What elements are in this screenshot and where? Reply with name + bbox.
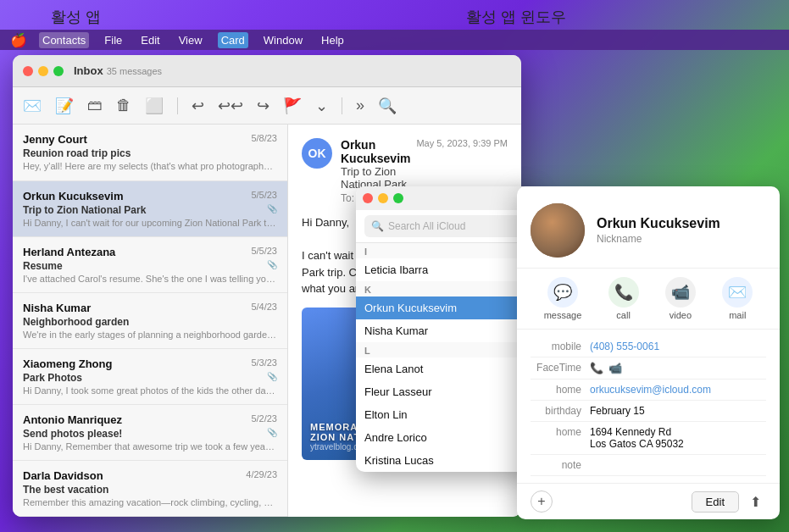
reply-icon[interactable]: ↩ (192, 97, 204, 115)
video-icon: 📹 (671, 283, 690, 302)
list-item[interactable]: Antonio Manriquez 5/2/23 Send photos ple… (13, 405, 287, 461)
field-label-birthday: birthday (531, 405, 590, 417)
contact-photo-inner (531, 203, 585, 258)
facetime-video-icon[interactable]: 📹 (608, 362, 622, 374)
field-home-address: home 1694 Kennedy RdLos Gatos CA 95032 (531, 422, 766, 455)
action-video[interactable]: 📹 video (665, 277, 696, 320)
contact-nickname: Nickname (597, 233, 720, 245)
mailbox-subtitle: 35 messages (107, 66, 162, 76)
video-icon-circle: 📹 (665, 277, 696, 308)
list-item[interactable]: Orkun Kucuksevim 5/5/23 Trip to Zion Nat… (13, 181, 287, 237)
field-home-email: home orkucuksevim@icloud.com (531, 380, 766, 401)
mail-icon-circle: ✉️ (722, 277, 753, 308)
action-mail[interactable]: ✉️ mail (722, 277, 753, 320)
section-label-i: I (356, 243, 534, 258)
contacts-search-bar: 🔍 Search All iCloud (356, 210, 534, 243)
junk-icon[interactable]: ⬜ (145, 97, 164, 115)
add-contact-button[interactable]: + (531, 490, 553, 513)
action-video-label: video (670, 310, 692, 320)
contacts-minimize[interactable] (378, 193, 388, 203)
field-value-mobile[interactable]: (408) 555-0061 (590, 341, 766, 352)
share-button[interactable]: ⬆ (744, 490, 766, 513)
maximize-button[interactable] (53, 66, 64, 76)
search-icon: 🔍 (371, 220, 384, 232)
contact-name-block: Orkun Kucuksevim Nickname (597, 216, 720, 245)
action-call-label: call (616, 310, 631, 320)
field-label-note: note (531, 459, 590, 471)
flag-icon[interactable]: 🚩 (283, 97, 302, 115)
facetime-phone-icon[interactable]: 📞 (590, 362, 603, 374)
menu-edit[interactable]: Edit (137, 32, 163, 48)
mail-toolbar: ✉️ 📝 🗃 🗑 ⬜ ↩ ↩↩ ↪ 🚩 ⌄ » 🔍 (13, 87, 521, 125)
action-call[interactable]: 📞 call (608, 277, 639, 320)
call-icon: 📞 (614, 283, 633, 302)
apple-menu[interactable]: 🍎 (10, 32, 27, 48)
contact-footer: + Edit ⬆ (517, 483, 780, 519)
traffic-lights (23, 66, 64, 76)
toolbar-separator (177, 97, 178, 114)
list-item[interactable]: Nisha Kumar (356, 319, 534, 342)
search-icon[interactable]: 🔍 (378, 97, 397, 115)
compose-icon[interactable]: ✉️ (23, 97, 42, 115)
field-value-address: 1694 Kennedy RdLos Gatos CA 95032 (590, 426, 766, 450)
call-icon-circle: 📞 (608, 277, 639, 308)
field-facetime: FaceTime 📞 📹 (531, 357, 766, 380)
active-app-label: 활성 앱 (51, 7, 101, 27)
overflow-icon[interactable]: » (356, 97, 364, 114)
list-item[interactable]: Leticia Ibarra (356, 258, 534, 281)
list-item[interactable]: Andre Lorico (356, 426, 534, 449)
active-window-label: 활성 앱 윈도우 (466, 7, 566, 27)
section-label-l: L (356, 342, 534, 357)
mailbox-title: Inbox (74, 64, 103, 77)
toolbar-separator-2 (342, 97, 342, 114)
field-value-birthday: February 15 (590, 405, 766, 417)
action-mail-label: mail (729, 310, 746, 320)
menu-help[interactable]: Help (318, 32, 347, 48)
contact-detail-window: Orkun Kucuksevim Nickname 💬 message 📞 ca… (517, 186, 780, 519)
message-icon: 💬 (553, 283, 572, 302)
list-item[interactable]: Elena Lanot (356, 357, 534, 380)
contacts-close[interactable] (363, 193, 373, 203)
list-item[interactable]: Kristina Lucas (356, 449, 534, 472)
close-button[interactable] (23, 66, 33, 76)
field-note: note (531, 455, 766, 476)
menu-contacts[interactable]: Contacts (39, 32, 89, 48)
menu-file[interactable]: File (101, 32, 125, 48)
list-item[interactable]: Darla Davidson 4/29/23 The best vacation… (13, 461, 287, 517)
more-icon[interactable]: ⌄ (315, 97, 328, 115)
list-item[interactable]: Herland Antezana 5/5/23 Resume 📎 I've at… (13, 237, 287, 293)
list-item[interactable]: Xiaomeng Zhong 5/3/23 Park Photos 📎 Hi D… (13, 349, 287, 405)
list-item[interactable]: Orkun Kucuksevim (356, 296, 534, 319)
new-message-icon[interactable]: 📝 (55, 97, 74, 115)
contacts-titlebar (356, 186, 534, 210)
contact-name: Orkun Kucuksevim (597, 216, 720, 231)
reply-all-icon[interactable]: ↩↩ (218, 97, 243, 115)
action-message[interactable]: 💬 message (544, 277, 582, 320)
field-value-email[interactable]: orkucuksevim@icloud.com (590, 384, 766, 396)
field-label-mobile: mobile (531, 341, 590, 352)
message-icon-circle: 💬 (547, 277, 578, 308)
delete-icon[interactable]: 🗑 (116, 97, 131, 114)
contact-actions: 💬 message 📞 call 📹 video ✉️ mail (517, 269, 780, 330)
mail-icon: ✉️ (728, 283, 747, 302)
menu-window[interactable]: Window (260, 32, 306, 48)
field-mobile: mobile (408) 555-0061 (531, 336, 766, 357)
list-item[interactable]: Fleur Lasseur (356, 380, 534, 403)
menu-card[interactable]: Card (218, 32, 248, 48)
edit-button[interactable]: Edit (692, 491, 739, 513)
field-value-facetime: 📞 📹 (590, 362, 766, 374)
menu-view[interactable]: View (175, 32, 206, 48)
contact-detail-header: Orkun Kucuksevim Nickname (517, 186, 780, 269)
forward-icon[interactable]: ↪ (257, 97, 269, 115)
list-item[interactable]: Jenny Court 5/8/23 Reunion road trip pic… (13, 125, 287, 181)
minimize-button[interactable] (38, 66, 48, 76)
search-box[interactable]: 🔍 Search All iCloud (364, 215, 525, 237)
section-label-k: K (356, 281, 534, 296)
field-value-note (590, 459, 766, 471)
contacts-list: I Leticia Ibarra K Orkun Kucuksevim Nish… (356, 243, 534, 472)
archive-icon[interactable]: 🗃 (87, 97, 103, 114)
contacts-maximize[interactable] (393, 193, 403, 203)
contact-fields: mobile (408) 555-0061 FaceTime 📞 📹 home … (517, 330, 780, 483)
list-item[interactable]: Nisha Kumar 5/4/23 Neighborhood garden W… (13, 293, 287, 349)
list-item[interactable]: Elton Lin (356, 403, 534, 426)
